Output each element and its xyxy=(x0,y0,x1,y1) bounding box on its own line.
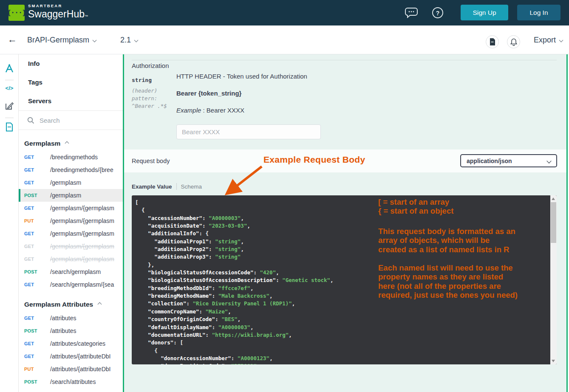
section-header-germplasm-attributes[interactable]: Germplasm Attributes xyxy=(19,299,123,310)
annotation-arrow-icon xyxy=(224,164,267,198)
search-icon xyxy=(27,117,34,124)
sidebar-endpoint[interactable]: GET/attributes/categories xyxy=(19,337,123,350)
content-type-value: application/json xyxy=(467,158,512,164)
sidebar-endpoint[interactable]: PUT/attributes/{attributeDbI xyxy=(19,363,123,375)
chevron-up-icon xyxy=(65,141,69,146)
search-input[interactable] xyxy=(40,117,112,124)
endpoint-path: /search/germplasm xyxy=(50,268,101,275)
readme-button[interactable] xyxy=(486,35,499,48)
notifications-button[interactable] xyxy=(507,35,520,48)
sidebar-endpoint[interactable]: GET/attributes xyxy=(19,312,123,324)
method-badge: GET xyxy=(24,167,50,172)
method-badge: PUT xyxy=(24,218,50,223)
method-badge: GET xyxy=(24,155,50,160)
content-type-dropdown[interactable]: application/json xyxy=(460,154,557,167)
edit-icon[interactable] xyxy=(0,101,19,112)
method-badge: GET xyxy=(24,180,50,185)
method-badge: POST xyxy=(24,328,50,333)
divider xyxy=(5,80,14,80)
endpoint-path: /breedingmethods xyxy=(50,154,98,161)
endpoint-path: /germplasm/{germplasm xyxy=(50,205,114,212)
example-request-body-code[interactable]: [ { "accessionNumber": "A0000003", "acqu… xyxy=(132,195,557,364)
sidebar-endpoint[interactable]: GET/breedingmethods/{bree xyxy=(19,164,123,176)
endpoint-path: /breedingmethods/{bree xyxy=(50,166,113,173)
content-panel: Authorization string (header) pattern: ^… xyxy=(124,54,567,392)
content-left-edge xyxy=(123,54,124,392)
request-body-label: Request body xyxy=(132,149,170,172)
smartbear-label: SMARTBEAR xyxy=(28,3,88,8)
endpoint-path: /attributes xyxy=(50,327,76,334)
documentation-icon[interactable] xyxy=(0,122,19,133)
sidebar-item-tags[interactable]: Tags xyxy=(19,73,123,92)
authorization-token-input[interactable] xyxy=(176,124,321,139)
document-icon xyxy=(489,38,495,45)
version-dropdown[interactable]: 2.1 xyxy=(120,25,138,54)
chat-icon[interactable] xyxy=(405,6,418,19)
sidebar-endpoint[interactable]: GET/germplasm/{germplasm xyxy=(19,240,123,253)
api-name-dropdown[interactable]: BrAPI-Germplasm xyxy=(27,25,96,54)
content-right-edge xyxy=(566,54,568,392)
method-badge: GET xyxy=(24,206,50,211)
divider xyxy=(176,183,177,190)
annotation-bracket-notes: [ = start of an array { = start of an ob… xyxy=(378,197,552,216)
sidebar: Info Tags Servers GermplasmGET/breedingm… xyxy=(19,54,123,392)
trademark: ™ xyxy=(85,14,88,18)
endpoint-path: /germplasm xyxy=(50,192,81,199)
sidebar-endpoint[interactable]: GET/germplasm/{germplasm xyxy=(19,253,123,265)
method-badge: POST xyxy=(24,269,50,274)
smartbear-logo-icon[interactable]: {···} xyxy=(8,5,25,21)
sidebar-endpoint[interactable]: GET/search/attributes/{se xyxy=(19,388,123,392)
back-button[interactable]: ← xyxy=(8,25,17,54)
method-badge: GET xyxy=(24,354,50,359)
brand-wordmark[interactable]: SMARTBEAR SwaggerHub™ xyxy=(28,3,88,20)
api-designer-icon[interactable] xyxy=(0,64,19,76)
log-in-button[interactable]: Log In xyxy=(517,5,561,20)
code-scrollbar[interactable] xyxy=(550,195,557,364)
sidebar-endpoint[interactable]: GET/germplasm xyxy=(19,176,123,189)
sidebar-endpoint[interactable]: GET/search/germplasm/{sea xyxy=(19,278,123,291)
sidebar-endpoint[interactable]: POST/search/germplasm xyxy=(19,265,123,278)
endpoint-path: /germplasm xyxy=(50,179,81,186)
sidebar-item-info[interactable]: Info xyxy=(19,54,123,73)
scroll-up-arrow[interactable] xyxy=(552,197,555,200)
annotation-heading: Example Request Body xyxy=(263,155,365,165)
sidebar-endpoint[interactable]: GET/germplasm/{germplasm xyxy=(19,202,123,214)
tab-example-value[interactable]: Example Value xyxy=(132,183,172,190)
divider xyxy=(19,130,123,130)
sidebar-endpoint[interactable]: GET/germplasm/{germplasm xyxy=(19,227,123,240)
search-bar xyxy=(19,111,123,130)
authorization-description: HTTP HEADER - Token used for Authorizati… xyxy=(176,73,307,80)
sidebar-endpoint[interactable]: POST/attributes xyxy=(19,324,123,337)
method-badge: POST xyxy=(24,193,50,198)
method-badge: PUT xyxy=(24,367,50,372)
section-title: Germplasm xyxy=(24,140,60,147)
method-badge: GET xyxy=(24,316,50,321)
sidebar-endpoint[interactable]: GET/breedingmethods xyxy=(19,151,123,164)
sidebar-endpoint[interactable]: POST/germplasm xyxy=(19,189,123,202)
sidebar-item-servers[interactable]: Servers xyxy=(19,92,123,110)
endpoint-path: /search/germplasm/{sea xyxy=(50,281,114,288)
section-header-germplasm[interactable]: Germplasm xyxy=(19,138,123,149)
authorization-param-meta: (header) pattern: ^Bearer .*$ xyxy=(132,87,167,110)
sidebar-endpoint[interactable]: POST/search/attributes xyxy=(19,375,123,388)
method-badge: POST xyxy=(24,379,50,384)
logo-braces: {···} xyxy=(7,9,26,17)
section-title: Germplasm Attributes xyxy=(24,301,93,308)
scroll-down-arrow[interactable] xyxy=(552,360,555,362)
authorization-param-name: Authorization xyxy=(132,62,169,69)
sidebar-endpoint[interactable]: GET/attributes/{attributeDbI xyxy=(19,350,123,363)
sign-up-button[interactable]: Sign Up xyxy=(461,5,508,20)
example-tabs: Example Value Schema xyxy=(132,183,202,190)
code-editor-icon[interactable]: </> xyxy=(0,85,19,91)
tool-rail: </> xyxy=(0,54,19,392)
annotation-paragraph-2: Each named list will need to use the pro… xyxy=(378,263,553,299)
method-badge: GET xyxy=(24,257,50,262)
sidebar-endpoint[interactable]: PUT/germplasm/{germplasm xyxy=(19,214,123,227)
scrollbar-thumb[interactable] xyxy=(551,202,556,243)
export-menu[interactable]: Export xyxy=(534,25,563,54)
help-icon[interactable]: ? xyxy=(432,7,445,20)
divider xyxy=(5,118,14,118)
authorization-scheme: Bearer {token_string} xyxy=(176,90,241,97)
svg-text:?: ? xyxy=(436,10,440,17)
tab-schema[interactable]: Schema xyxy=(181,183,202,190)
